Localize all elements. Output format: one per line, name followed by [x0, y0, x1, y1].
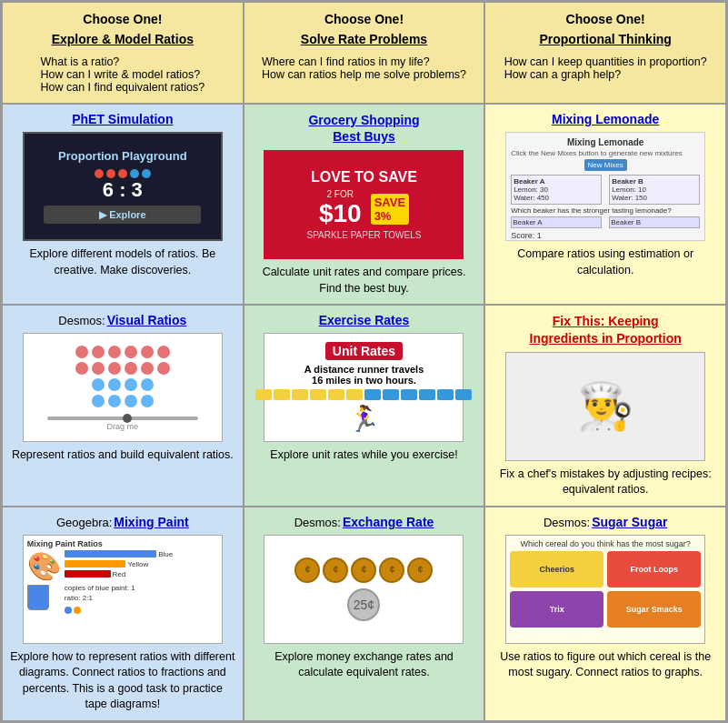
- exchange-rate-image: ¢ ¢ ¢ ¢ ¢ 25¢: [264, 535, 464, 644]
- sugar-sugar-image: Which cereal do you think has the most s…: [505, 535, 705, 644]
- desmos-prefix-2: Desmos:: [294, 516, 341, 529]
- exercise-rates-desc: Explore unit rates while you exercise!: [270, 447, 457, 464]
- grocery-image: LOVE TO SAVE 2 FOR $10 SAVE3% SPARKLE PA…: [264, 150, 464, 259]
- header-col2-title: Choose One!: [324, 12, 404, 26]
- row4-col2: Desmos: Exchange Rate ¢ ¢ ¢ ¢ ¢ 25¢ Expl…: [244, 507, 485, 721]
- header-col2: Choose One! Solve Rate Problems Where ca…: [244, 2, 485, 104]
- mixing-paint-desc: Explore how to represent ratios with dif…: [10, 649, 235, 713]
- row2-col1: PhET Simulation Proportion Playground 6 …: [2, 104, 244, 305]
- geogebra-prefix: Geogebra:: [56, 516, 112, 529]
- visual-ratios-desc: Represent ratios and build equivalent ra…: [12, 447, 234, 464]
- header-col2-subtitle: Solve Rate Problems: [301, 32, 427, 46]
- phet-image: Proportion Playground 6 : 3 ▶ Explore: [23, 132, 223, 241]
- sugar-sugar-desc: Use ratios to figure out which cereal is…: [493, 649, 718, 681]
- visual-ratios-image: Drag me: [23, 333, 223, 442]
- phet-link[interactable]: PhET Simulation: [72, 112, 173, 126]
- runner-emoji: 🏃‍♀️: [348, 404, 380, 434]
- sugar-sugar-link[interactable]: Sugar Sugar: [592, 515, 667, 529]
- mixing-paint-image: Mixing Paint Ratios 🎨 Blue Yellow: [23, 535, 223, 644]
- row2-col3: Mixing Lemonade Mixing Lemonade Click th…: [484, 104, 726, 305]
- desmos-prefix-1: Desmos:: [58, 314, 105, 327]
- row2-col2: Grocery Shopping Best Buys LOVE TO SAVE …: [244, 104, 485, 305]
- grocery-link[interactable]: Grocery Shopping Best Buys: [308, 112, 419, 145]
- row3-col2: Exercise Rates Unit Rates A distance run…: [244, 305, 485, 506]
- header-col3-title: Choose One!: [566, 12, 645, 26]
- phet-desc: Explore different models of ratios. Be c…: [10, 246, 235, 278]
- exchange-rate-desc: Explore money exchange rates and calcula…: [252, 649, 477, 681]
- header-col3-subtitle: Proportional Thinking: [539, 32, 671, 46]
- header-col3: Choose One! Proportional Thinking How ca…: [484, 2, 726, 104]
- exchange-rate-link[interactable]: Exchange Rate: [343, 515, 434, 529]
- header-col2-questions: Where can I find ratios in my life? How …: [262, 55, 466, 81]
- mixing-paint-link[interactable]: Mixing Paint: [114, 515, 188, 529]
- chef-image: 👨‍🍳: [505, 352, 705, 461]
- ratios-slider[interactable]: [47, 417, 198, 420]
- exercise-image: Unit Rates A distance runner travels16 m…: [264, 333, 464, 442]
- lemonade-link[interactable]: Mixing Lemonade: [552, 112, 659, 126]
- desmos-prefix-3: Desmos:: [544, 516, 590, 529]
- row4-col1: Geogebra: Mixing Paint Mixing Paint Rati…: [2, 507, 244, 721]
- row3-col3: Fix This: Keeping Ingredients in Proport…: [484, 305, 726, 506]
- header-col1-subtitle: Explore & Model Ratios: [52, 32, 194, 46]
- row3-col1: Desmos: Visual Ratios: [2, 305, 244, 506]
- fix-this-desc: Fix a chef's mistakes by adjusting recip…: [493, 467, 718, 498]
- header-col1: Choose One! Explore & Model Ratios What …: [2, 2, 244, 104]
- exercise-rates-link[interactable]: Exercise Rates: [319, 313, 410, 327]
- fix-this-link[interactable]: Fix This: Keeping Ingredients in Proport…: [530, 313, 682, 346]
- header-col3-questions: How can I keep quantities in proportion?…: [504, 55, 707, 81]
- grocery-desc: Calculate unit rates and compare prices.…: [252, 265, 477, 296]
- row4-col3: Desmos: Sugar Sugar Which cereal do you …: [484, 507, 726, 721]
- lemonade-image: Mixing Lemonade Click the New Mixes butt…: [505, 132, 705, 241]
- header-col1-title: Choose One!: [83, 12, 162, 26]
- main-grid: Choose One! Explore & Model Ratios What …: [0, 0, 728, 723]
- header-col1-questions: What is a ratio? How can I write & model…: [40, 55, 204, 94]
- lemonade-desc: Compare ratios using estimation or calcu…: [493, 246, 718, 278]
- visual-ratios-link[interactable]: Visual Ratios: [107, 313, 187, 327]
